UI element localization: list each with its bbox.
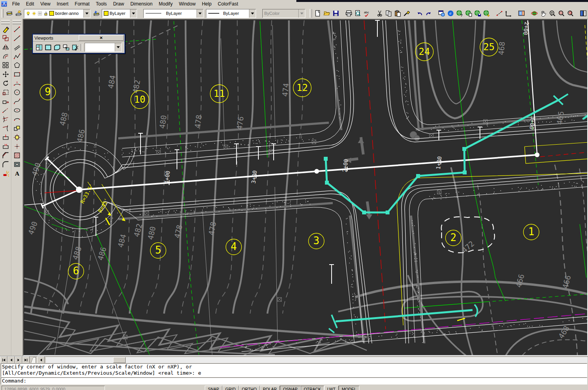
- scale-button[interactable]: [1, 88, 10, 97]
- polygon-button[interactable]: [12, 61, 22, 70]
- globe-save-button[interactable]: [473, 9, 482, 18]
- rotate-button[interactable]: [1, 79, 10, 88]
- menu-modify[interactable]: Modify: [156, 0, 176, 8]
- zoomwin-button[interactable]: [557, 9, 566, 18]
- toggle-polar[interactable]: POLAR: [260, 386, 280, 390]
- toolbar-grip[interactable]: [310, 9, 312, 18]
- toolbar-grip[interactable]: [1, 9, 4, 18]
- sun-viewport-icon[interactable]: [38, 11, 42, 16]
- mtext-button[interactable]: A: [12, 169, 22, 178]
- explode-button[interactable]: [1, 169, 10, 178]
- spline-button[interactable]: [12, 97, 22, 106]
- break-button[interactable]: [1, 142, 10, 151]
- toggle-lwt[interactable]: LWT: [324, 386, 339, 390]
- array-button[interactable]: [1, 61, 10, 70]
- toggle-otrack[interactable]: OTRACK: [301, 386, 324, 390]
- menu-window[interactable]: Window: [176, 0, 199, 8]
- menu-draw[interactable]: Draw: [110, 0, 127, 8]
- toggle-snap[interactable]: SNAP: [205, 386, 222, 390]
- earc-button[interactable]: [12, 115, 22, 124]
- tabscroll-left-button[interactable]: [37, 356, 45, 363]
- a-circle-button[interactable]: a: [446, 9, 455, 18]
- region-button[interactable]: [12, 160, 22, 169]
- toggle-osnap[interactable]: OSNAP: [280, 386, 301, 390]
- point-button[interactable]: [12, 142, 22, 151]
- undo-button[interactable]: [415, 9, 424, 18]
- plotstyle-combo[interactable]: ByColor: [262, 9, 305, 18]
- pline-button[interactable]: [12, 52, 22, 61]
- vp-clip-button[interactable]: [70, 43, 79, 52]
- layer-states-button[interactable]: [14, 9, 23, 18]
- layer-combo[interactable]: border-anno: [24, 9, 90, 18]
- menu-tools[interactable]: Tools: [93, 0, 110, 8]
- trim-button[interactable]: [1, 115, 10, 124]
- globe-page-button[interactable]: [464, 9, 473, 18]
- move-button[interactable]: [1, 70, 10, 79]
- hatch-button[interactable]: [12, 151, 22, 160]
- layer-properties-button[interactable]: [5, 9, 14, 18]
- tab-last-button[interactable]: [22, 356, 30, 363]
- linetype-combo[interactable]: ByLayer: [143, 9, 204, 18]
- breakpt-button[interactable]: [1, 133, 10, 142]
- toolbar-drag-handle[interactable]: [1, 20, 10, 22]
- globe-q-button[interactable]: ?: [455, 9, 464, 18]
- menu-insert[interactable]: Insert: [54, 0, 72, 8]
- menu-format[interactable]: Format: [72, 0, 93, 8]
- lineweight-combo-arrow[interactable]: [249, 9, 256, 18]
- new-button[interactable]: [313, 9, 322, 18]
- extend-button[interactable]: [1, 124, 10, 133]
- views-button[interactable]: [517, 9, 526, 18]
- viewport-scale-combo[interactable]: [85, 43, 122, 52]
- vp-poly-button[interactable]: [52, 43, 61, 52]
- command-history[interactable]: Specify corner of window, enter a scale …: [1, 363, 587, 377]
- circle-button[interactable]: [12, 88, 22, 97]
- layer-combo-arrow[interactable]: [83, 9, 90, 18]
- globe-link-button[interactable]: [482, 9, 491, 18]
- print-button[interactable]: [344, 9, 353, 18]
- tab-prev-button[interactable]: [7, 356, 15, 363]
- copy-button[interactable]: [384, 9, 393, 18]
- zoomprev-button[interactable]: [566, 9, 575, 18]
- unlock-icon[interactable]: [43, 11, 48, 16]
- horizontal-scrollbar[interactable]: [45, 357, 588, 363]
- tab-first-button[interactable]: [0, 356, 7, 363]
- stretch-button[interactable]: [1, 97, 10, 106]
- make-object-layer-current-button[interactable]: [92, 9, 101, 18]
- match-button[interactable]: [402, 9, 411, 18]
- menu-dimension[interactable]: Dimension: [127, 0, 156, 8]
- erase-button[interactable]: [1, 25, 10, 34]
- save-button[interactable]: [331, 9, 340, 18]
- preview-button[interactable]: [353, 9, 362, 18]
- spell-button[interactable]: abc: [362, 9, 371, 18]
- pan-button[interactable]: [539, 9, 548, 18]
- close-icon[interactable]: ✕: [79, 35, 124, 41]
- lengthen-button[interactable]: [1, 106, 10, 115]
- mirror-button[interactable]: [1, 43, 10, 52]
- arc-button[interactable]: [12, 79, 22, 88]
- xline-button[interactable]: [12, 34, 22, 43]
- tab-next-button[interactable]: [15, 356, 22, 363]
- drawing-canvas[interactable]: 4884864844824804784764744904904884864844…: [23, 19, 588, 356]
- web-window-button[interactable]: [437, 9, 446, 18]
- dist-button[interactable]: [495, 9, 504, 18]
- toggle-ortho[interactable]: ORTHO: [239, 386, 260, 390]
- menu-colorfast[interactable]: ColorFast: [215, 0, 241, 8]
- command-input[interactable]: Command:: [1, 377, 587, 385]
- toggle-model[interactable]: MODEL: [339, 386, 359, 390]
- toolbar-drag-handle[interactable]: [13, 20, 21, 22]
- menu-view[interactable]: View: [37, 0, 54, 8]
- open-button[interactable]: [322, 9, 331, 18]
- coordinate-readout[interactable]: 12896.8898, 6001.9579, 0.0000: [2, 386, 105, 390]
- color-combo-arrow[interactable]: [130, 9, 137, 18]
- props-button[interactable]: [579, 9, 588, 18]
- viewports-titlebar[interactable]: Viewports ✕: [33, 34, 124, 42]
- fillet-button[interactable]: [1, 160, 10, 169]
- zoomrt-button[interactable]: [548, 9, 557, 18]
- line-button[interactable]: [12, 25, 22, 34]
- toggle-grid[interactable]: GRID: [222, 386, 239, 390]
- viewports-palette[interactable]: Viewports ✕: [32, 34, 125, 54]
- menu-help[interactable]: Help: [199, 0, 215, 8]
- redo-button[interactable]: [424, 9, 433, 18]
- vp-dialog-button[interactable]: [34, 43, 43, 52]
- orbit-button[interactable]: [530, 9, 539, 18]
